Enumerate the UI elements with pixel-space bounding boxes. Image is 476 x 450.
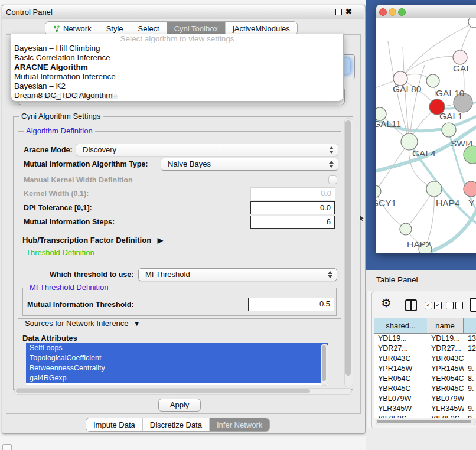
tab-jactivemnodules[interactable]: jActiveMNodules: [225, 22, 297, 35]
column-header-partial[interactable]: [464, 318, 476, 334]
aracne-mode-combo[interactable]: Discovery: [76, 144, 338, 156]
cell-value: [464, 394, 476, 404]
tab-cyni-toolbox[interactable]: Cyni Toolbox: [167, 22, 225, 35]
tab-network-label: Network: [63, 24, 92, 33]
popup-item-bayesian-k2[interactable]: Bayesian – K2: [11, 81, 343, 91]
manual-kernel-checkbox[interactable]: [328, 175, 337, 184]
node-hap4[interactable]: [426, 181, 442, 197]
unchecked-box-icon: [455, 302, 463, 309]
deselect-all-checkboxes-icon[interactable]: [446, 302, 463, 309]
mi-steps-input[interactable]: 6: [250, 216, 335, 229]
network-canvas[interactable]: GAL GAL80 GAL10 GAL1 GAL11 GAL4 SWI4 GCY…: [376, 18, 476, 253]
settings-horizontal-scrollbar[interactable]: [14, 388, 352, 395]
document-icon[interactable]: [470, 298, 476, 312]
column-header-shared[interactable]: shared...: [374, 318, 428, 334]
tab-style[interactable]: Style: [99, 22, 131, 35]
mi-type-value: Naive Bayes: [168, 159, 211, 168]
dpi-tolerance-label: DPI Tolerance [0,1]:: [24, 204, 92, 212]
node-label-gal11: GAL11: [376, 119, 401, 129]
kernel-width-input[interactable]: 0.0: [250, 187, 335, 200]
table-row[interactable]: YDL19...YDL19...13: [374, 334, 476, 344]
apply-button[interactable]: Apply: [158, 399, 201, 412]
popup-item-aracne[interactable]: ARACNE Algorithm: [11, 63, 343, 72]
tab-network[interactable]: Network: [45, 22, 99, 35]
list-vertical-scrollbar-thumb[interactable]: [322, 345, 326, 381]
list-item-selfloops[interactable]: SelfLoops: [26, 343, 328, 353]
cell-name: YIL052C: [427, 414, 464, 418]
sources-legend: Sources for Network Inference ▼: [22, 319, 142, 328]
popup-item-bayesian-hill[interactable]: Bayesian – Hill Climbing: [11, 44, 343, 53]
mi-threshold-input[interactable]: 0.5: [248, 298, 334, 311]
cell-name: YLR345W: [427, 404, 464, 414]
node-salmon[interactable]: [464, 181, 476, 197]
aracne-mode-value: Discovery: [83, 145, 116, 154]
node-gal10[interactable]: [426, 74, 439, 87]
column-header-name[interactable]: name: [427, 318, 464, 334]
table-row[interactable]: YLR345WYLR345W9.: [374, 404, 476, 414]
popup-item-basic-correlation[interactable]: Basic Correlation Inference: [11, 53, 343, 63]
table-horizontal-scrollbar-thumb[interactable]: [377, 420, 471, 423]
settings-horizontal-scrollbar-thumb[interactable]: [16, 389, 310, 393]
node-gal4[interactable]: [401, 133, 418, 150]
tab-discretize-data[interactable]: Discretize Data: [142, 418, 209, 431]
gear-icon[interactable]: ⚙: [381, 297, 392, 309]
split-columns-divider: [410, 301, 412, 310]
mac-zoom-icon[interactable]: [398, 8, 406, 16]
mi-type-combo[interactable]: Naive Bayes: [161, 158, 338, 171]
list-item-betweennesscentrality[interactable]: BetweennessCentrality: [26, 363, 328, 373]
tab-select[interactable]: Select: [131, 22, 167, 35]
mi-threshold-legend: MI Threshold Definition: [27, 283, 110, 292]
node-label-gal80: GAL80: [393, 84, 422, 94]
table-row[interactable]: YBR045CYBR045C9.: [374, 384, 476, 394]
collapse-right-icon[interactable]: ▶: [158, 236, 163, 244]
popup-item-mutual-information[interactable]: Mutual Information Inference: [11, 72, 343, 81]
list-vertical-scrollbar[interactable]: [321, 344, 328, 386]
spinner-icon: [328, 271, 332, 278]
float-icon[interactable]: [335, 9, 342, 15]
tab-discretize-data-label: Discretize Data: [150, 420, 202, 429]
tab-infer-network[interactable]: Infer Network: [209, 418, 269, 431]
cell-shared: YLR345W: [374, 404, 427, 414]
table-row[interactable]: YBL079WYBL079W: [374, 394, 476, 404]
dpi-tolerance-input[interactable]: 0.0: [250, 201, 335, 214]
tab-impute-data[interactable]: Impute Data: [86, 418, 142, 431]
settings-vertical-scrollbar-thumb[interactable]: [345, 120, 351, 376]
sources-legend-label: Sources for Network Inference: [25, 319, 129, 328]
popup-item-dream8[interactable]: Dream8 DC_TDC Algorithm: [11, 91, 343, 100]
mi-threshold-label: Mutual Information Threshold:: [27, 301, 134, 309]
control-panel-titlebar[interactable]: [2, 5, 364, 19]
select-all-checkboxes-icon[interactable]: ✓ ✓: [425, 302, 442, 309]
data-attributes-label: Data Attributes: [22, 334, 77, 343]
minimized-window-icon[interactable]: [2, 444, 12, 450]
node-gcy1[interactable]: [376, 185, 381, 197]
node-swi4[interactable]: [442, 123, 456, 137]
table-horizontal-scrollbar[interactable]: [376, 419, 476, 425]
list-item-topologicalcoefficient[interactable]: TopologicalCoefficient: [26, 353, 328, 363]
table-row[interactable]: YER054CYER054C8.: [374, 374, 476, 384]
which-threshold-combo[interactable]: MI Threshold: [138, 268, 337, 281]
mac-close-icon[interactable]: [379, 8, 387, 16]
table-row[interactable]: YIL052CYIL052C9: [374, 414, 476, 418]
checked-box-icon: ✓: [425, 302, 432, 309]
cell-value: 8.: [464, 374, 476, 384]
hub-section-label: Hub/Transcription Factor Definition: [22, 236, 151, 244]
node[interactable]: [468, 18, 476, 28]
table-row[interactable]: YDR27...YDR27...12: [374, 344, 476, 354]
cell-name: YBL079W: [427, 394, 464, 404]
cell-value: [464, 354, 476, 364]
node-label-gal1: GAL1: [439, 111, 463, 121]
split-columns-icon[interactable]: [405, 299, 417, 311]
settings-vertical-scrollbar[interactable]: [344, 118, 353, 387]
table-row[interactable]: YPR145WYPR145W9.: [374, 364, 476, 374]
tab-style-label: Style: [106, 24, 123, 33]
node-gal[interactable]: [453, 50, 467, 64]
node-label-gal10: GAL10: [436, 88, 465, 98]
hub-section-header[interactable]: Hub/Transcription Factor Definition ▶: [22, 236, 163, 244]
expand-down-icon[interactable]: ▼: [133, 320, 140, 327]
close-icon[interactable]: ✖: [345, 7, 352, 16]
mac-minimize-icon[interactable]: [389, 8, 396, 16]
list-item-gal4rgexp[interactable]: gal4RGexp: [26, 373, 328, 383]
node-bright-green[interactable]: [464, 146, 476, 164]
table-row[interactable]: YBR043CYBR043C: [374, 354, 476, 364]
node-hap2[interactable]: [400, 223, 412, 235]
